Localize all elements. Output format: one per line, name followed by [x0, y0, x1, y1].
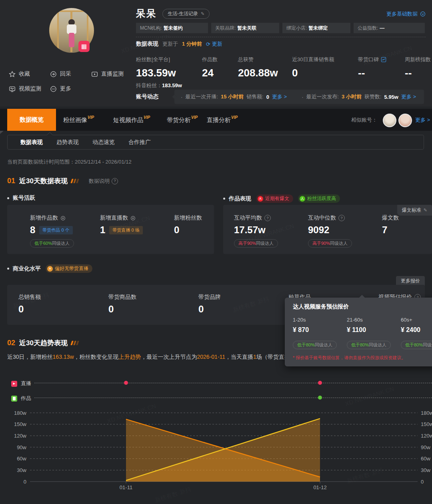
vip-badge: VIP: [191, 115, 198, 120]
main-nav: 数据概览 粉丝画像VIP 短视频作品VIP 带货分析VIP 直播分析VIP 相似…: [0, 109, 432, 131]
profile-header: ▦ 收藏 回采 直播监测 视频监测 更多 呆呆 生活-生活记录 ✎: [0, 0, 432, 106]
newrank-index-value: --: [405, 67, 431, 79]
page: XD.NEWRANK.CN XD.NEWRANK.CN XD.NEWRANK.C…: [0, 0, 432, 504]
trend-text: ，最近一次上升节点为: [141, 354, 197, 360]
activity-box: · 最近一次开播: 15 小时前 销售额: 0 更多 > · 最近一次发布: 3…: [174, 90, 424, 104]
vip-badge: VIP: [88, 115, 94, 120]
post-more-link[interactable]: 更多 >: [401, 93, 416, 100]
live-sales-val: 0: [266, 94, 269, 100]
legend-works[interactable]: 作品: [11, 395, 31, 402]
avatar-photo-person: [69, 33, 74, 47]
quote-col-60s-plus: 60s+ ¥ 2400: [401, 317, 420, 334]
hot-works-badge-label: 近期有爆文: [265, 195, 289, 202]
avg-interaction-value: 17.57w: [234, 224, 266, 236]
data-explain-label: 数据说明: [89, 178, 110, 185]
favorite-button[interactable]: 收藏: [9, 70, 30, 78]
compare-pill-rest: 同级达人: [256, 240, 274, 246]
quote-duration-label: 1-20s: [293, 317, 309, 323]
data-explain-link[interactable]: 数据说明 ?: [89, 178, 118, 185]
refresh-icon: ⟳: [206, 41, 210, 47]
refresh-button[interactable]: ⟳ 更新: [206, 40, 222, 48]
quote-duration-label: 60s+: [401, 317, 420, 323]
bullet-icon: [7, 268, 9, 270]
dot: ·: [181, 94, 182, 100]
hot-works-standard-label: 爆文标准: [402, 207, 421, 214]
person-icon: 人: [300, 196, 305, 202]
refresh-label: 更新: [212, 40, 222, 48]
fire-icon: 火: [258, 196, 263, 202]
account-activity-group-title: 账号活跃: [7, 194, 35, 202]
similar-avatar[interactable]: [383, 114, 396, 127]
commerce-brands-value: 0: [198, 304, 204, 315]
tab-live-analysis[interactable]: 直播分析VIP: [207, 109, 238, 131]
watermark: XD.NEWRANK.CN: [344, 385, 395, 408]
followers-value: 183.59w: [136, 67, 182, 79]
tab-commerce-analysis[interactable]: 带货分析VIP: [167, 109, 198, 131]
new-works-value: 8: [30, 224, 35, 236]
commerce-score-label: 带货口碑: [358, 56, 379, 63]
video-quote-tooltip: 达人视频服务预估报价 1-20s ¥ 870 21-60s ¥ 1100 60s…: [285, 298, 432, 366]
live-monitor-button[interactable]: 直播监测: [91, 70, 124, 78]
subtab-cooperation[interactable]: 合作推广: [128, 139, 151, 146]
more-actions-button[interactable]: 更多: [50, 85, 71, 92]
edit-icon[interactable]: ✎: [201, 11, 204, 16]
trend-highlight: 2026-01-11: [197, 354, 226, 360]
quote-price: ¥ 1100: [347, 326, 366, 334]
mcn-field: MCN机构:暂未签约: [136, 23, 208, 33]
svg-text:60w: 60w: [17, 456, 26, 462]
section1-title: 近30天数据表现: [19, 176, 68, 186]
vip-badge: VIP: [231, 115, 238, 120]
median-interaction-label: 互动中位数: [308, 214, 336, 222]
chart-icon[interactable]: [381, 57, 386, 62]
new-lives-label: 新增直播数: [100, 214, 128, 222]
subtab-data-performance[interactable]: 数据表现: [20, 139, 43, 146]
eye-icon[interactable]: [130, 216, 136, 221]
compare-pill-highlight: 低于80%: [405, 342, 423, 348]
live-marker-dot: [124, 381, 128, 385]
works-performance-card: 爆文标准 ✎ 互动平均数? 17.57w 互动中位数? 9092 爆文数 7 高…: [223, 205, 432, 254]
newrank-index-stat: 周新榜指数 --: [405, 56, 431, 79]
svg-text:60w: 60w: [421, 456, 430, 462]
live-monitor-label: 直播监测: [101, 70, 124, 78]
shop-label: 绑定小店:: [286, 25, 307, 32]
subtab-trend[interactable]: 趋势表现: [56, 139, 79, 146]
tab-short-video[interactable]: 短视频作品VIP: [113, 109, 150, 131]
commercial-level-label: 商业化水平: [13, 265, 41, 272]
qr-code-badge-icon[interactable]: ▦: [78, 41, 90, 52]
compare-pill-highlight: 低于80%: [351, 342, 369, 348]
legend-live[interactable]: ▶ 直播: [11, 380, 31, 387]
likes-value: 208.88w: [238, 67, 278, 79]
trend-text: ，粉丝数变化呈现: [74, 354, 119, 360]
more-basic-data-link[interactable]: 更多基础数据: [386, 10, 426, 18]
question-icon[interactable]: ?: [338, 215, 345, 221]
category-tag[interactable]: 生活-生活记录 ✎: [162, 9, 210, 19]
works-stat: 作品数 24: [202, 56, 218, 79]
question-icon[interactable]: ?: [264, 215, 271, 221]
recollect-button[interactable]: 回采: [50, 70, 71, 78]
no-commerce-live-badge-label: 偏好无带货直播: [55, 265, 88, 272]
live-icon: ▶: [11, 381, 17, 387]
subtab-dynamics[interactable]: 动态速览: [92, 139, 115, 146]
live-more-link[interactable]: 更多 >: [272, 93, 287, 100]
doc-glyph: [13, 397, 16, 400]
bullet-icon: [7, 197, 9, 199]
trend-highlight: 上升趋势: [119, 354, 141, 360]
compare-pill-rest: 同级达人: [330, 240, 348, 246]
commerce-brands-label: 带货品牌: [198, 294, 221, 301]
tab-fans-portrait[interactable]: 粉丝画像VIP: [63, 109, 94, 131]
commerce-lives-badge: 带货直播 0 场: [109, 226, 142, 234]
coin-icon: ¥: [47, 266, 53, 272]
shop-field: 绑定小店:暂未绑定: [282, 23, 350, 33]
mcn-value: 暂未签约: [164, 25, 183, 32]
trend-summary-text: 近30日，新增粉丝163.13w，粉丝数变化呈现上升趋势，最近一次上升节点为20…: [7, 354, 304, 361]
tab-data-overview[interactable]: 数据概览: [7, 109, 56, 131]
similar-avatar[interactable]: [398, 114, 412, 127]
svg-text:120w: 120w: [14, 433, 27, 439]
video-monitor-button[interactable]: 视频监测: [9, 85, 41, 92]
hot-works-standard-button[interactable]: 爆文标准 ✎: [397, 205, 432, 216]
svg-text:30w: 30w: [421, 467, 430, 473]
legend-works-label: 作品: [21, 395, 31, 402]
section2-title: 近30天趋势表现: [19, 338, 68, 348]
eye-icon[interactable]: [60, 216, 66, 221]
similar-more-link[interactable]: 更多 >: [415, 109, 430, 131]
